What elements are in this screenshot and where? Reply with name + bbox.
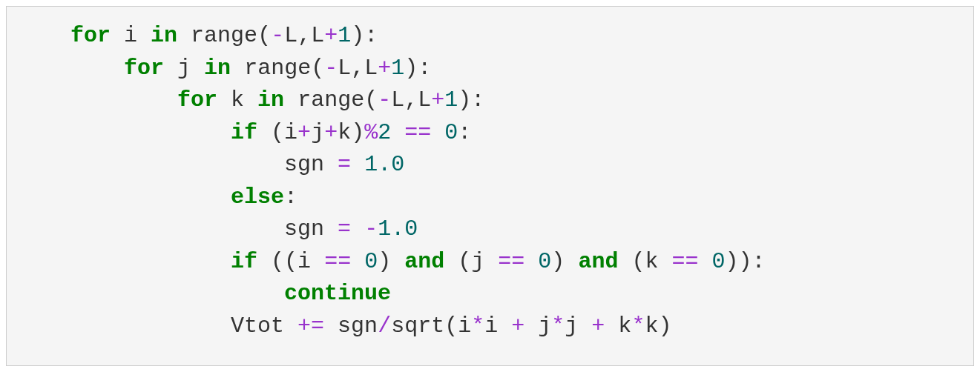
rparen: ) [378, 249, 391, 274]
rparen: ) [551, 249, 565, 274]
code-line-4: if (i+j+k)%2 == 0: [17, 120, 471, 145]
var-L: L [391, 87, 404, 113]
var-k: k [645, 249, 658, 274]
op-plus: + [324, 23, 338, 48]
keyword-for: for [177, 87, 217, 113]
keyword-in: in [257, 87, 284, 113]
op-star: * [551, 313, 565, 339]
indent [17, 56, 124, 81]
op-eq: == [404, 120, 431, 145]
code-line-8: if ((i == 0) and (j == 0) and (k == 0)): [17, 249, 766, 274]
keyword-else: else [231, 185, 284, 210]
rparen: ) [739, 249, 752, 274]
lparen: ( [364, 87, 378, 113]
var-j: j [177, 56, 191, 81]
var-j: j [565, 313, 578, 339]
num-neg1-0: 1.0 [378, 216, 418, 242]
keyword-for: for [124, 56, 164, 81]
lparen: ( [271, 249, 284, 274]
var-sgn: sgn [284, 216, 324, 242]
keyword-in: in [204, 56, 231, 81]
rparen: ) [404, 56, 418, 81]
lparen: ( [311, 56, 324, 81]
num-1-0: 1.0 [364, 152, 404, 177]
op-minus: - [378, 87, 391, 113]
keyword-and: and [404, 249, 444, 274]
lparen: ( [284, 249, 297, 274]
var-k: k [338, 120, 351, 145]
op-pluseq: += [297, 313, 324, 339]
colon: : [471, 87, 484, 113]
var-i: i [458, 313, 471, 339]
op-eq: == [324, 249, 351, 274]
rparen: ) [726, 249, 739, 274]
lparen: ( [631, 249, 645, 274]
op-star: * [631, 313, 645, 339]
comma: , [297, 23, 311, 48]
indent [17, 216, 284, 242]
keyword-for: for [70, 23, 111, 48]
num-1: 1 [338, 23, 351, 48]
op-plus: + [297, 120, 311, 145]
var-k: k [645, 313, 658, 339]
indent [17, 313, 231, 339]
op-minus: - [271, 23, 284, 48]
var-vtot: Vtot [231, 313, 284, 339]
rparen: ) [658, 313, 671, 339]
code-line-3: for k in range(-L,L+1): [17, 87, 484, 113]
op-eq: == [498, 249, 524, 274]
op-star: * [471, 313, 484, 339]
keyword-and: and [578, 249, 618, 274]
num-2: 2 [378, 120, 391, 145]
op-assign: = [338, 216, 351, 242]
func-sqrt: sqrt [391, 313, 444, 339]
var-L: L [364, 56, 378, 81]
code-block: for i in range(-L,L+1): for j in range(-… [6, 6, 974, 366]
lparen: ( [257, 23, 271, 48]
indent [17, 23, 70, 48]
indent [17, 281, 284, 306]
code-line-7: sgn = -1.0 [17, 216, 418, 242]
op-plus: + [511, 313, 524, 339]
op-plus: + [378, 56, 391, 81]
var-i: i [484, 313, 498, 339]
func-range: range [244, 56, 311, 81]
lparen: ( [271, 120, 284, 145]
op-minus: - [324, 56, 338, 81]
rparen: ) [458, 87, 471, 113]
op-eq: == [671, 249, 698, 274]
rparen: ) [351, 23, 364, 48]
code-line-2: for j in range(-L,L+1): [17, 56, 431, 81]
num-1: 1 [391, 56, 404, 81]
var-j: j [311, 120, 324, 145]
num-0: 0 [364, 249, 378, 274]
python-code: for i in range(-L,L+1): for j in range(-… [17, 20, 963, 342]
lparen: ( [444, 313, 458, 339]
keyword-in: in [151, 23, 177, 48]
colon: : [418, 56, 431, 81]
op-plus: + [324, 120, 338, 145]
op-assign: = [338, 152, 351, 177]
func-range: range [191, 23, 257, 48]
var-sgn: sgn [284, 152, 324, 177]
indent [17, 87, 177, 113]
op-plus: + [431, 87, 444, 113]
colon: : [284, 185, 297, 210]
colon: : [458, 120, 471, 145]
num-1: 1 [444, 87, 458, 113]
var-i: i [124, 23, 137, 48]
indent [17, 185, 231, 210]
keyword-continue: continue [284, 281, 391, 306]
code-line-6: else: [17, 185, 297, 210]
var-L: L [338, 56, 351, 81]
var-j: j [471, 249, 484, 274]
colon: : [364, 23, 378, 48]
num-0: 0 [538, 249, 551, 274]
var-k: k [231, 87, 244, 113]
comma: , [351, 56, 364, 81]
code-line-10: Vtot += sgn/sqrt(i*i + j*j + k*k) [17, 313, 671, 339]
op-mod: % [364, 120, 378, 145]
rparen: ) [351, 120, 364, 145]
op-plus: + [591, 313, 605, 339]
op-slash: / [378, 313, 391, 339]
